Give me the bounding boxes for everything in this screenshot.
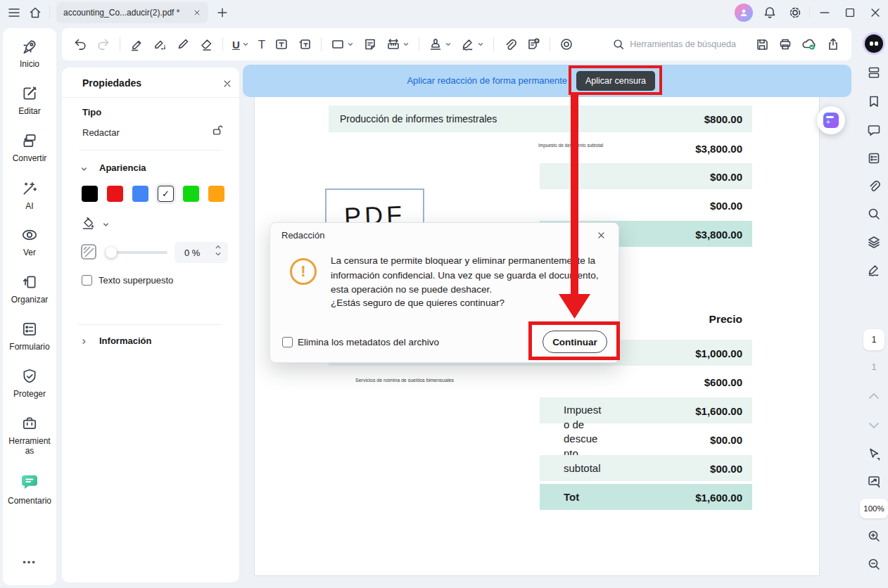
tab-close-icon[interactable] — [193, 8, 201, 17]
next-page-chevron-icon[interactable] — [867, 418, 881, 435]
fill-chevron-down-icon[interactable] — [102, 221, 110, 229]
opacity-stepper[interactable] — [215, 244, 222, 257]
home-icon[interactable] — [25, 3, 45, 23]
properties-close-icon[interactable] — [222, 79, 232, 89]
undo-icon[interactable] — [73, 37, 87, 51]
overlay-text-label: Texto superpuesto — [99, 275, 173, 286]
annotation-box-continue — [528, 321, 620, 360]
sidebar-item-comentario[interactable]: Comentario — [3, 472, 56, 506]
save-icon[interactable] — [755, 37, 769, 51]
sticky-note-icon[interactable] — [363, 37, 377, 51]
hamburger-menu-icon[interactable] — [4, 3, 24, 23]
color-swatch-orange[interactable] — [208, 186, 224, 202]
notifications-bell-icon[interactable] — [760, 3, 780, 23]
sidebar-item-ver[interactable]: Ver — [3, 226, 56, 257]
chevron-right-icon[interactable] — [80, 338, 88, 345]
left-sidebar: Inicio Editar Convertir AI Ver Organizar… — [3, 28, 56, 585]
sidebar-item-inicio[interactable]: Inicio — [3, 38, 56, 69]
opacity-value-box[interactable]: 0 % — [175, 242, 228, 263]
previous-page-chevron-icon[interactable] — [867, 389, 881, 406]
settings-gear-icon[interactable] — [785, 3, 805, 23]
assistant-book-icon — [823, 113, 839, 128]
divider — [62, 97, 239, 98]
stamp-icon[interactable] — [429, 37, 452, 51]
zoom-level-value: 100% — [863, 504, 884, 513]
overlay-text-checkbox[interactable] — [82, 275, 92, 286]
opacity-slider[interactable] — [107, 251, 167, 254]
window-close-button[interactable] — [865, 3, 885, 23]
cloud-sync-icon[interactable] — [801, 37, 817, 51]
zoom-level-box[interactable]: 100% — [860, 499, 888, 518]
window-maximize-button[interactable] — [840, 3, 860, 23]
signature-icon[interactable] — [461, 37, 484, 51]
slider-knob[interactable] — [106, 247, 117, 258]
document-tab[interactable]: accounting_Co...aducir(2).pdf * — [56, 2, 208, 23]
search-panel-icon[interactable] — [867, 207, 881, 221]
select-cursor-icon[interactable] — [867, 447, 881, 461]
highlighter-icon[interactable] — [129, 37, 144, 51]
redo-icon[interactable] — [96, 37, 110, 51]
zoom-in-icon[interactable] — [867, 529, 881, 543]
color-swatch-black[interactable] — [82, 186, 98, 202]
window-minimize-button[interactable] — [815, 3, 835, 23]
pencil-icon[interactable] — [176, 37, 190, 51]
dialog-close-icon[interactable] — [597, 231, 606, 240]
row-value: $3,800.00 — [695, 143, 742, 155]
zoom-out-icon[interactable] — [867, 557, 881, 571]
sidebar-item-convertir[interactable]: Convertir — [3, 132, 56, 163]
sidebar-more-button[interactable]: ••• — [3, 557, 56, 568]
sidebar-item-ai[interactable]: AI — [3, 180, 56, 211]
color-swatch-white-selected[interactable]: ✓ — [158, 186, 174, 202]
thumbnail-panel-icon[interactable] — [867, 65, 881, 79]
text-callout-icon[interactable] — [298, 37, 312, 51]
row-label: Servicios de nómina de sueldos bimensual… — [355, 378, 454, 383]
eraser-icon[interactable] — [199, 37, 213, 51]
shape-rectangle-icon[interactable] — [331, 37, 354, 51]
color-swatch-green[interactable] — [183, 186, 199, 202]
properties-panel: Propiedades Tipo Redactar Apariencia ✓ 0… — [62, 68, 239, 582]
toolbar-separator — [419, 37, 419, 51]
fill-bucket-icon[interactable] — [80, 215, 96, 231]
floating-assistant-button[interactable] — [817, 106, 845, 134]
text-box-icon[interactable] — [274, 37, 288, 51]
toolbar-separator — [493, 37, 494, 51]
sidebar-item-formulario[interactable]: Formulario — [3, 321, 56, 352]
sidebar-item-herramientas[interactable]: Herramientas — [3, 415, 56, 456]
table-row: Impuest o de $1,600.00 — [540, 397, 752, 423]
toolbar-search[interactable]: Herramientas de búsqueda — [612, 38, 736, 51]
bookmark-panel-icon[interactable] — [867, 94, 881, 108]
color-swatch-red[interactable] — [107, 186, 123, 202]
current-page-box[interactable]: 1 — [863, 329, 884, 350]
divider — [79, 150, 222, 151]
search-placeholder: Herramientas de búsqueda — [630, 39, 736, 49]
layers-panel-icon[interactable] — [867, 235, 881, 249]
print-icon[interactable] — [778, 37, 792, 51]
remove-metadata-checkbox[interactable] — [282, 337, 293, 347]
attachment-paperclip-icon[interactable] — [503, 37, 517, 51]
unlock-icon[interactable] — [211, 124, 224, 136]
add-comment-icon[interactable] — [526, 37, 540, 51]
measure-icon[interactable] — [386, 37, 410, 51]
signature-panel-icon[interactable] — [867, 263, 881, 277]
form-fields-panel-icon[interactable] — [867, 151, 881, 165]
new-tab-icon[interactable] — [213, 3, 232, 23]
ai-robot-icon — [870, 41, 873, 46]
chevron-down-icon[interactable] — [80, 165, 88, 173]
redaction-eye-icon[interactable] — [559, 37, 573, 51]
comments-panel-icon[interactable] — [867, 123, 881, 137]
magic-wand-icon — [21, 180, 38, 197]
sidebar-item-editar[interactable]: Editar — [3, 85, 56, 116]
underline-icon[interactable]: U — [232, 39, 249, 50]
area-highlight-icon[interactable] — [153, 37, 167, 51]
user-avatar[interactable] — [735, 4, 753, 22]
apply-redaction-link[interactable]: Aplicar redacción de forma permanente — [407, 75, 567, 86]
text-icon[interactable]: T — [258, 39, 265, 51]
sidebar-item-proteger[interactable]: Proteger — [3, 368, 56, 399]
share-export-icon[interactable] — [826, 37, 840, 51]
sidebar-item-organizar[interactable]: Organizar — [3, 274, 56, 305]
titlebar-separator — [49, 6, 50, 18]
ai-assistant-button[interactable] — [865, 34, 883, 53]
fit-screen-icon[interactable] — [867, 474, 881, 488]
color-swatch-blue[interactable] — [132, 186, 148, 202]
attachments-panel-icon[interactable] — [867, 179, 881, 193]
